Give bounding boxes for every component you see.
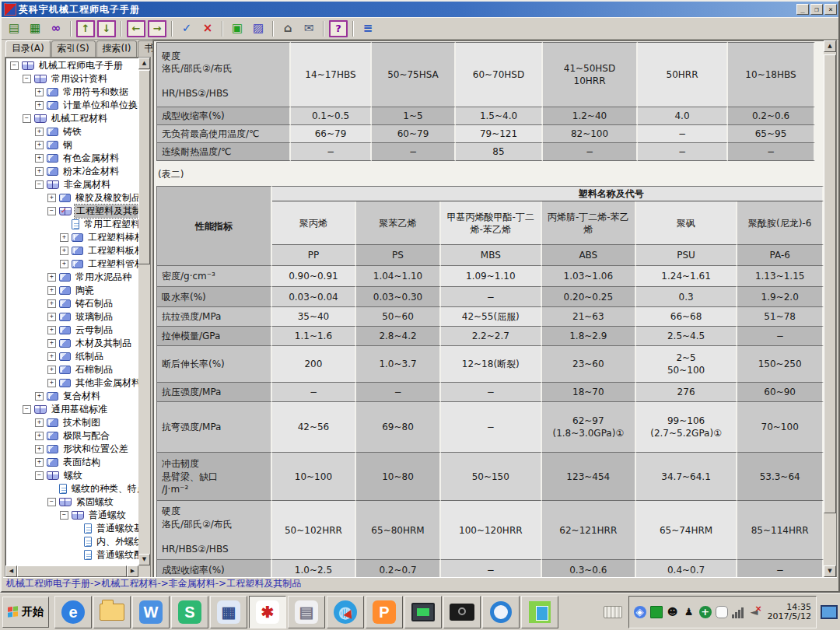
globe-browser-button[interactable]: ◍ — [327, 596, 364, 628]
minimize-button[interactable]: _ — [796, 4, 809, 15]
screenshot-tool-icon[interactable] — [529, 601, 551, 623]
tree-item[interactable]: 普通螺纹配合的 — [7, 548, 138, 562]
expand-icon[interactable]: + — [35, 458, 44, 467]
tree-item[interactable]: −常用设计资料 — [7, 72, 138, 86]
restore-button[interactable]: ❐ — [810, 4, 823, 15]
tree-item[interactable]: −机械工程师电子手册 — [7, 59, 138, 72]
tree-item[interactable]: +有色金属材料 — [7, 152, 138, 165]
expand-icon[interactable]: + — [35, 432, 44, 440]
contents-book-icon[interactable]: ▦ — [26, 20, 44, 37]
keyboard-layout-icon[interactable] — [604, 606, 622, 618]
tree-item[interactable]: +玻璃制品 — [7, 310, 138, 324]
wps-presentation-button[interactable]: P — [366, 596, 403, 628]
tree-item[interactable]: +极限与配合 — [7, 429, 138, 443]
tree-item[interactable]: 普通螺纹基本牙 — [7, 522, 138, 535]
clipboard-icon[interactable]: ▣ — [228, 20, 247, 37]
scroll-left-arrow-icon[interactable]: ◀ — [5, 565, 17, 577]
tray-clock[interactable]: 14:35 2017/5/12 — [768, 603, 811, 621]
expand-icon[interactable]: + — [60, 233, 68, 242]
remote-program-button[interactable] — [404, 596, 442, 628]
wps-presentation-icon[interactable]: P — [373, 600, 396, 624]
tree-item[interactable]: +铸铁 — [7, 125, 138, 138]
expand-icon[interactable]: + — [47, 379, 56, 387]
remote-program-icon[interactable] — [411, 603, 435, 621]
expand-icon[interactable]: + — [47, 326, 56, 334]
tab-contents[interactable]: 目录(A) — [5, 40, 51, 58]
expand-icon[interactable]: + — [35, 101, 44, 110]
wps-writer-icon[interactable]: W — [139, 600, 163, 624]
tree-item[interactable]: −工程塑料及其制品 — [7, 205, 138, 218]
expand-icon[interactable]: + — [35, 418, 44, 427]
media-player-icon[interactable] — [490, 601, 512, 623]
tree-item[interactable]: +形状和位置公差 — [7, 443, 138, 456]
tree-item[interactable]: 内、外螺纹公差 — [7, 535, 138, 548]
globe-browser-icon[interactable]: ◍ — [334, 600, 357, 624]
tree-item[interactable]: +复合材料 — [7, 390, 138, 403]
expand-icon[interactable]: + — [47, 366, 56, 374]
expand-icon[interactable]: + — [47, 352, 56, 361]
expand-icon[interactable]: + — [47, 313, 56, 321]
camera-button[interactable] — [443, 596, 481, 628]
tree-vertical-scrollbar[interactable]: ▲ ▼ — [138, 58, 150, 565]
tree-item[interactable]: +其他非金属材料制品 — [7, 376, 138, 390]
wps-writer-button[interactable]: W — [132, 596, 170, 628]
tree-item[interactable]: −机械工程材料 — [7, 112, 138, 125]
tree-item[interactable]: −非金属材料 — [7, 178, 138, 191]
tree-item[interactable]: +橡胶及橡胶制品 — [7, 191, 138, 205]
calculator-button[interactable]: ▦ — [210, 596, 247, 628]
collapse-icon[interactable]: − — [10, 61, 19, 70]
options-list-icon[interactable]: ≡ — [359, 20, 377, 37]
tree-item[interactable]: −螺纹 — [7, 469, 138, 482]
tree-item[interactable]: +工程塑料板材及薄 — [7, 244, 138, 257]
tree-item[interactable]: −紧固螺纹 — [7, 495, 138, 509]
ie-browser-button[interactable]: e — [54, 596, 92, 628]
folder-explorer-icon[interactable] — [100, 604, 124, 621]
help-icon[interactable]: ? — [329, 20, 348, 37]
shield-antivirus-icon[interactable]: + — [699, 606, 712, 618]
show-desktop-icon[interactable] — [821, 605, 838, 619]
content-scroll-thumb[interactable] — [824, 54, 836, 513]
im-app-icon[interactable]: ◈ — [634, 606, 646, 618]
handbook-app-icon[interactable]: ✱ — [256, 600, 279, 624]
content-vertical-scrollbar[interactable]: ▲ ▼ — [824, 40, 836, 577]
scroll-down-icon[interactable]: ↓ — [97, 20, 116, 37]
send-mail-icon[interactable]: ✉ — [299, 20, 318, 37]
volume-muted-icon[interactable]: ◄× — [748, 606, 761, 618]
wps-spreadsheet-button[interactable]: S — [171, 596, 208, 628]
scroll-up-icon[interactable]: ↑ — [76, 20, 95, 37]
expand-icon[interactable]: + — [47, 286, 56, 295]
tree-item[interactable]: +木材及其制品 — [7, 337, 138, 350]
content-scroll-up-icon[interactable]: ▲ — [824, 40, 836, 52]
mouse-device-icon[interactable] — [716, 606, 728, 618]
tab-search[interactable]: 搜索(I) — [96, 40, 138, 57]
collapse-icon[interactable]: − — [35, 180, 44, 189]
expand-icon[interactable]: + — [35, 128, 44, 136]
panda-app-icon[interactable]: ☻ — [667, 606, 679, 618]
tree-item[interactable]: +表面结构 — [7, 456, 138, 469]
home-icon[interactable]: ⌂ — [278, 20, 297, 37]
tree-item[interactable]: +粉末冶金材料 — [7, 165, 138, 178]
collapse-icon[interactable]: − — [23, 75, 31, 83]
collapse-icon[interactable]: − — [23, 114, 31, 123]
expand-icon[interactable]: + — [35, 141, 44, 149]
close-button[interactable]: × — [824, 4, 837, 15]
collapse-icon[interactable]: − — [35, 471, 44, 480]
scroll-up-arrow-icon[interactable]: ▲ — [138, 58, 150, 69]
forward-icon[interactable]: → — [148, 20, 166, 37]
tree-item[interactable]: +工程塑料棒材 — [7, 231, 138, 244]
calculator-icon[interactable]: ▦ — [217, 600, 240, 624]
start-button[interactable]: 开始 — [2, 597, 49, 628]
ie-browser-icon[interactable]: e — [61, 600, 85, 624]
preview-doc-icon[interactable]: ▨ — [249, 20, 268, 37]
expand-icon[interactable]: + — [35, 154, 44, 163]
tree-item[interactable]: −通用基础标准 — [7, 403, 138, 416]
battery-icon[interactable] — [650, 606, 663, 618]
notepad-icon[interactable]: ▤ — [295, 600, 318, 624]
tree-item[interactable]: +石棉制品 — [7, 363, 138, 376]
expand-icon[interactable]: + — [35, 392, 44, 401]
tree-item[interactable]: +纸制品 — [7, 350, 138, 363]
tree-item[interactable]: −普通螺纹 — [7, 509, 138, 522]
delete-doc-icon[interactable]: × — [198, 20, 217, 37]
tree-horizontal-scrollbar[interactable]: ◀ ▶ — [5, 565, 138, 577]
tree-item[interactable]: +云母制品 — [7, 324, 138, 337]
